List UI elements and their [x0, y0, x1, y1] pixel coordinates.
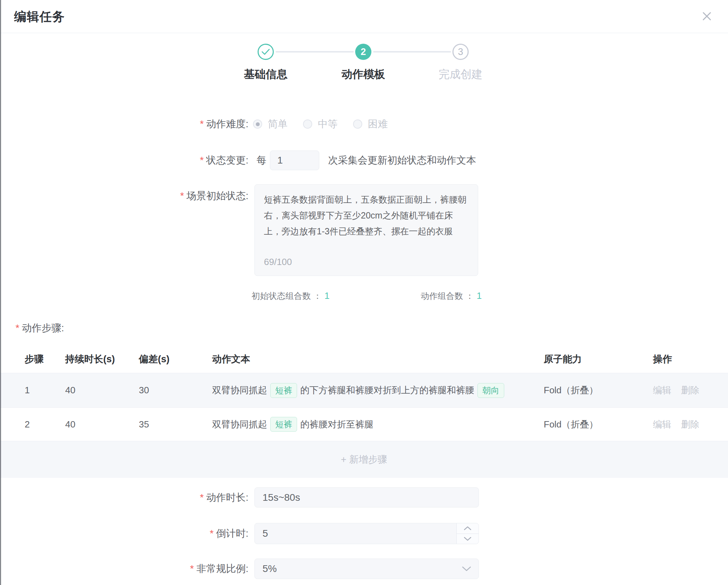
- cell-operations: 编辑删除: [653, 408, 699, 441]
- header-deviation: 偏差(s): [139, 345, 169, 373]
- state-change-prefix: 每: [257, 154, 266, 167]
- entity-tag[interactable]: 短裤: [270, 383, 297, 398]
- cell-step: 2: [25, 408, 30, 441]
- radio-circle-icon: [303, 119, 312, 129]
- form-row-duration: *动作时长: 15s~80s: [0, 487, 728, 507]
- radio-option[interactable]: 简单: [253, 117, 288, 131]
- required-asterisk: *: [180, 190, 184, 201]
- radio-option-label: 简单: [268, 117, 288, 131]
- entity-tag[interactable]: 短裤: [270, 417, 297, 432]
- select-chevron-down-icon: [462, 566, 471, 572]
- initial-combo-count: 初始状态组合数 ：1: [252, 290, 329, 302]
- radio-option-label: 困难: [368, 117, 388, 131]
- state-change-suffix: 次采集会更新初始状态和动作文本: [328, 154, 476, 167]
- cell-action-text: 双臂协同抓起短裤的裤腰对折至裤腿: [212, 408, 374, 441]
- header-operations: 操作: [653, 345, 672, 373]
- form-row-difficulty: *动作难度: 简单中等困难: [0, 113, 728, 135]
- number-spinner: [456, 523, 479, 544]
- state-change-input[interactable]: 1: [270, 150, 319, 170]
- step-label-2: 动作模板: [307, 67, 420, 82]
- radio-option-label: 中等: [318, 117, 338, 131]
- cell-duration: 40: [65, 408, 75, 441]
- cell-ability: Fold（折叠）: [544, 408, 598, 441]
- form-row-unusual-ratio: *非常规比例: 5%: [0, 559, 728, 579]
- action-text-fragment: 双臂协同抓起: [212, 418, 267, 431]
- table-header-row: 步骤 持续时长(s) 偏差(s) 动作文本 原子能力 操作: [0, 345, 728, 373]
- state-change-label: *状态变更:: [0, 154, 248, 167]
- table-row: 14030双臂协同抓起短裤的下方裤腿和裤腰对折到上方的裤腿和裤腰朝向Fold（折…: [0, 373, 728, 408]
- countdown-input[interactable]: 5: [254, 523, 479, 544]
- radio-option[interactable]: 中等: [303, 117, 338, 131]
- window-edge: [0, 0, 1, 585]
- step-label-3: 完成创建: [404, 67, 517, 82]
- header-duration: 持续时长(s): [65, 345, 115, 373]
- step-circle-1[interactable]: [258, 44, 274, 60]
- required-asterisk: *: [200, 155, 204, 166]
- header-ability: 原子能力: [544, 345, 582, 373]
- header-step: 步骤: [25, 345, 44, 373]
- radio-circle-icon: [253, 119, 262, 129]
- close-button[interactable]: [701, 10, 713, 23]
- duration-label: *动作时长:: [0, 491, 248, 504]
- form-row-countdown: *倒计时: 5: [0, 523, 728, 544]
- char-counter: 69/100: [264, 254, 292, 270]
- required-asterisk: *: [190, 563, 194, 574]
- cell-duration: 40: [65, 373, 75, 407]
- required-asterisk: *: [200, 118, 204, 129]
- check-icon: [261, 49, 270, 55]
- required-asterisk: *: [200, 492, 204, 503]
- initial-state-text: 短裤五条数据背面朝上，五条数据正面朝上，裤腰朝右，离头部视野下方至少20cm之外…: [264, 195, 467, 236]
- dialog-title: 编辑任务: [14, 8, 65, 25]
- close-icon: [701, 10, 713, 23]
- cell-ability: Fold（折叠）: [544, 373, 598, 407]
- initial-state-textarea[interactable]: 短裤五条数据背面朝上，五条数据正面朝上，裤腰朝右，离头部视野下方至少20cm之外…: [254, 184, 478, 276]
- edit-link[interactable]: 编辑: [653, 384, 671, 396]
- radio-circle-icon: [353, 119, 362, 129]
- initial-state-label: *场景初始状态:: [0, 184, 248, 203]
- dialog-header: 编辑任务: [0, 0, 728, 33]
- radio-option[interactable]: 困难: [353, 117, 388, 131]
- step-circle-2[interactable]: 2: [355, 44, 371, 60]
- edit-link[interactable]: 编辑: [653, 418, 671, 431]
- entity-tag[interactable]: 朝向: [477, 383, 504, 398]
- spinner-increase-button[interactable]: [457, 523, 479, 534]
- spinner-decrease-button[interactable]: [457, 534, 479, 544]
- action-combo-value: 1: [477, 290, 482, 301]
- add-step-button[interactable]: + 新增步骤: [0, 441, 728, 478]
- cell-operations: 编辑删除: [653, 373, 699, 407]
- cell-action-text: 双臂协同抓起短裤的下方裤腿和裤腰对折到上方的裤腿和裤腰朝向: [212, 373, 507, 407]
- action-text-fragment: 双臂协同抓起: [212, 384, 267, 396]
- delete-link[interactable]: 删除: [681, 418, 699, 431]
- unusual-ratio-select[interactable]: 5%: [254, 559, 479, 579]
- header-action-text: 动作文本: [212, 345, 250, 373]
- required-asterisk: *: [210, 528, 214, 539]
- difficulty-label: *动作难度:: [0, 117, 248, 131]
- action-steps-section-label: *动作步骤:: [16, 321, 64, 335]
- difficulty-radio-group: 简单中等困难: [248, 117, 388, 131]
- cell-deviation: 30: [139, 373, 149, 407]
- action-text-fragment: 的下方裤腿和裤腰对折到上方的裤腿和裤腰: [300, 384, 474, 396]
- step-connector-line: [276, 51, 354, 53]
- action-text-fragment: 的裤腰对折至裤腿: [300, 418, 374, 431]
- cell-step: 1: [25, 373, 30, 407]
- chevron-down-icon: [464, 537, 471, 541]
- initial-combo-value: 1: [325, 290, 329, 301]
- form-row-state-change: *状态变更: 每 1 次采集会更新初始状态和动作文本: [0, 150, 728, 171]
- unusual-ratio-label: *非常规比例:: [0, 562, 248, 575]
- required-asterisk: *: [16, 322, 19, 333]
- duration-input[interactable]: 15s~80s: [254, 487, 479, 507]
- cell-deviation: 35: [139, 408, 149, 441]
- delete-link[interactable]: 删除: [681, 384, 699, 396]
- action-combo-count: 动作组合数 ：1: [421, 290, 482, 302]
- action-steps-table: 步骤 持续时长(s) 偏差(s) 动作文本 原子能力 操作 14030双臂协同抓…: [0, 345, 728, 478]
- step-circle-3[interactable]: 3: [452, 44, 469, 60]
- form-row-initial-state: *场景初始状态: 短裤五条数据背面朝上，五条数据正面朝上，裤腰朝右，离头部视野下…: [0, 184, 728, 276]
- table-row: 24035双臂协同抓起短裤的裤腰对折至裤腿Fold（折叠）编辑删除: [0, 408, 728, 441]
- step-connector-line: [373, 51, 451, 53]
- chevron-up-icon: [464, 526, 471, 530]
- step-label-1: 基础信息: [209, 67, 322, 82]
- countdown-label: *倒计时:: [0, 527, 248, 540]
